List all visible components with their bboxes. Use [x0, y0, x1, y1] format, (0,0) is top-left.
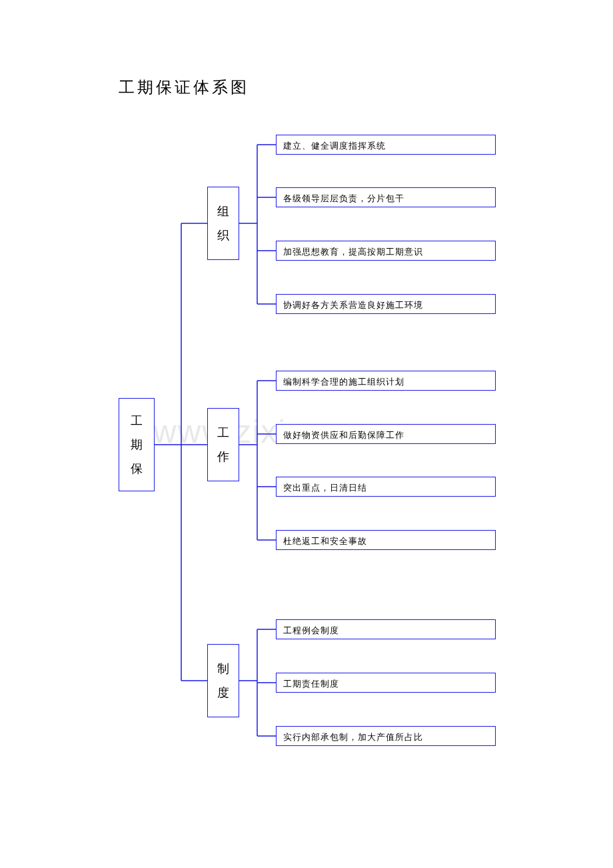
sys-item-0: 工程例会制度 [276, 619, 496, 639]
work-item-0: 编制科学合理的施工组织计划 [276, 371, 496, 391]
root-node: 工 期 保 [119, 398, 155, 491]
org-item-2: 加强思想教育，提高按期工期意识 [276, 241, 496, 261]
group-work-l1: 工 [217, 421, 229, 445]
root-l3: 保 [131, 457, 143, 481]
org-item-0: 建立、健全调度指挥系统 [276, 135, 496, 155]
work-item-1: 做好物资供应和后勤保障工作 [276, 424, 496, 444]
sys-item-2: 实行内部承包制，加大产值所占比 [276, 726, 496, 746]
work-item-2: 突出重点，日清日结 [276, 477, 496, 497]
group-system-l1: 制 [217, 657, 229, 681]
group-org-l2: 织 [217, 223, 229, 247]
root-l2: 期 [131, 433, 143, 457]
group-system-l2: 度 [217, 681, 229, 705]
group-org: 组 织 [207, 187, 239, 260]
sys-item-1: 工期责任制度 [276, 673, 496, 693]
group-org-l1: 组 [217, 199, 229, 223]
group-work-l2: 作 [217, 445, 229, 469]
root-l1: 工 [131, 409, 143, 433]
group-system: 制 度 [207, 644, 239, 717]
org-item-3: 协调好各方关系营造良好施工环境 [276, 294, 496, 314]
work-item-3: 杜绝返工和安全事故 [276, 530, 496, 550]
group-work: 工 作 [207, 408, 239, 481]
org-item-1: 各级领导层层负责，分片包干 [276, 187, 496, 207]
